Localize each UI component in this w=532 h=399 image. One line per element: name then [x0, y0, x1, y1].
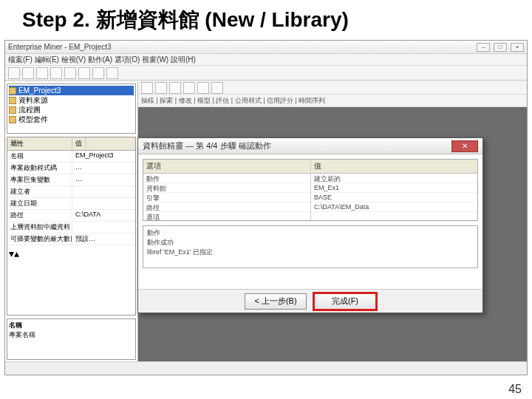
dialog-close-button[interactable]: ✕ — [451, 140, 478, 152]
property-row[interactable]: 名稱EM_Project3 — [7, 151, 135, 163]
property-row[interactable]: 專案巨集變數… — [7, 174, 135, 186]
name-label: 名稱 — [9, 321, 134, 330]
grid-cell: 選項 — [143, 212, 310, 222]
grid-cell: 資料館 — [143, 183, 310, 193]
menubar[interactable]: 檔案(F) 編輯(E) 檢視(V) 動作(A) 選項(O) 視窗(W) 說明(H… — [5, 54, 527, 66]
slide-page-number: 45 — [508, 383, 522, 396]
dialog-title: 資料館精靈 — 第 4/4 步驟 確認動作 — [143, 140, 271, 151]
prop-key: 專案啟動程式碼 — [7, 163, 72, 174]
result-line: libref 'EM_Ex1' 已指定 — [147, 248, 474, 257]
canvas-tool-btn[interactable] — [141, 82, 153, 94]
toolbar-btn[interactable] — [78, 67, 90, 79]
prop-key: 上層資料館中繼資料 — [7, 222, 72, 233]
name-panel: 名稱 專案名稱 — [7, 318, 136, 360]
property-row[interactable]: 建立日期 — [7, 198, 135, 210]
back-button[interactable]: < 上一步(B) — [245, 293, 307, 310]
panel-splitter-icon[interactable]: ▾▴ — [9, 248, 19, 259]
col-value: 值 — [72, 137, 86, 150]
left-pane: EM_Project3 資料來源 流程圖 模型套件 ▾▴ 屬性 值 名稱EM_P… — [5, 82, 138, 361]
canvas-tool-btn[interactable] — [169, 82, 181, 94]
toolbar-btn[interactable] — [8, 67, 20, 79]
tree-item-packages[interactable]: 模型套件 — [9, 115, 134, 124]
folder-icon — [9, 97, 16, 104]
folder-icon — [9, 87, 16, 95]
grid-cell: C:\DATA\EM_Data — [311, 202, 477, 212]
folder-icon — [9, 106, 16, 114]
dialog-titlebar: 資料館精靈 — 第 4/4 步驟 確認動作 ✕ — [138, 138, 482, 154]
prop-key: 建立日期 — [7, 198, 72, 209]
result-line: 動作 — [147, 228, 474, 238]
prop-value — [72, 186, 78, 197]
grid-header-value: 值 — [311, 160, 477, 174]
prop-key: 可摘要變數的最大數目 — [7, 233, 72, 245]
prop-value: … — [72, 174, 85, 185]
tree-item-diagrams[interactable]: 流程圖 — [9, 105, 134, 115]
toolbar-btn[interactable] — [106, 67, 118, 79]
folder-icon — [9, 116, 16, 123]
canvas-tool-btn[interactable] — [211, 82, 223, 94]
finish-button[interactable]: 完成(F) — [314, 293, 376, 310]
toolbar-btn[interactable] — [92, 67, 104, 79]
grid-cell: EM_Ex1 — [311, 183, 477, 193]
property-row[interactable]: 路徑C:\DATA — [7, 210, 135, 222]
properties-header: 屬性 值 — [7, 137, 135, 151]
property-row[interactable]: 可摘要變數的最大數目預設… — [7, 233, 135, 245]
grid-cell: 動作 — [143, 174, 310, 183]
tree-item-datasources[interactable]: 資料來源 — [9, 95, 134, 105]
prop-key: 路徑 — [7, 210, 72, 221]
toolbar-btn[interactable] — [64, 67, 76, 79]
prop-value: … — [72, 163, 85, 174]
grid-cell: BASE — [311, 193, 477, 202]
name-desc: 專案名稱 — [9, 330, 134, 340]
canvas-tool-btn[interactable] — [183, 82, 195, 94]
toolbar-btn[interactable] — [22, 67, 34, 79]
prop-value: 預設… — [72, 233, 98, 245]
canvas-tool-btn[interactable] — [155, 82, 167, 94]
tree-item-project[interactable]: EM_Project3 — [9, 86, 134, 95]
result-panel: 動作 動作成功 libref 'EM_Ex1' 已指定 — [143, 225, 478, 268]
statusbar — [5, 361, 527, 375]
summary-grid: 選項 動作資料館引擎路徑選項 值 建立新的EM_Ex1BASEC:\DATA\E… — [143, 159, 478, 221]
prop-value: C:\DATA — [72, 210, 103, 221]
toolbar-btn[interactable] — [36, 67, 48, 79]
grid-cell — [311, 212, 477, 222]
app-titlebar: Enterprise Miner - EM_Project3 – □ × — [5, 41, 527, 54]
property-row[interactable]: 建立者 — [7, 186, 135, 198]
prop-value — [72, 198, 78, 209]
grid-cell: 建立新的 — [311, 174, 477, 183]
minimize-button[interactable]: – — [477, 43, 490, 52]
result-line: 動作成功 — [147, 238, 474, 248]
canvas-toolbar: 抽樣 | 探索 | 修改 | 模型 | 評估 | 公用程式 | 信用評分 | 時… — [138, 82, 527, 107]
prop-key: 專案巨集變數 — [7, 174, 72, 185]
maximize-button[interactable]: □ — [494, 43, 507, 52]
grid-header-option: 選項 — [143, 160, 310, 174]
col-property: 屬性 — [7, 137, 72, 150]
dialog-footer: < 上一步(B) 完成(F) — [138, 289, 482, 313]
close-button[interactable]: × — [511, 43, 524, 52]
prop-value: EM_Project3 — [72, 151, 117, 162]
app-title: Enterprise Miner - EM_Project3 — [8, 43, 112, 51]
prop-value — [72, 222, 78, 233]
library-wizard-dialog: 資料館精靈 — 第 4/4 步驟 確認動作 ✕ 選項 動作資料館引擎路徑選項 值… — [137, 137, 483, 313]
main-toolbar — [5, 66, 527, 81]
toolbar-btn[interactable] — [50, 67, 62, 79]
prop-key: 建立者 — [7, 186, 72, 197]
window-buttons: – □ × — [475, 42, 524, 52]
prop-key: 名稱 — [7, 151, 72, 162]
properties-panel: 屬性 值 名稱EM_Project3專案啟動程式碼…專案巨集變數…建立者建立日期… — [7, 137, 136, 316]
property-row[interactable]: 專案啟動程式碼… — [7, 163, 135, 174]
property-row[interactable]: 上層資料館中繼資料 — [7, 222, 135, 233]
canvas-tool-btn[interactable] — [197, 82, 209, 94]
grid-cell: 引擎 — [143, 193, 310, 202]
slide-title: Step 2. 新增資料館 (New / Library) — [0, 0, 532, 38]
grid-cell: 路徑 — [143, 202, 310, 212]
canvas-tabs[interactable]: 抽樣 | 探索 | 修改 | 模型 | 評估 | 公用程式 | 信用評分 | 時… — [138, 95, 527, 107]
project-tree[interactable]: EM_Project3 資料來源 流程圖 模型套件 — [7, 83, 136, 134]
